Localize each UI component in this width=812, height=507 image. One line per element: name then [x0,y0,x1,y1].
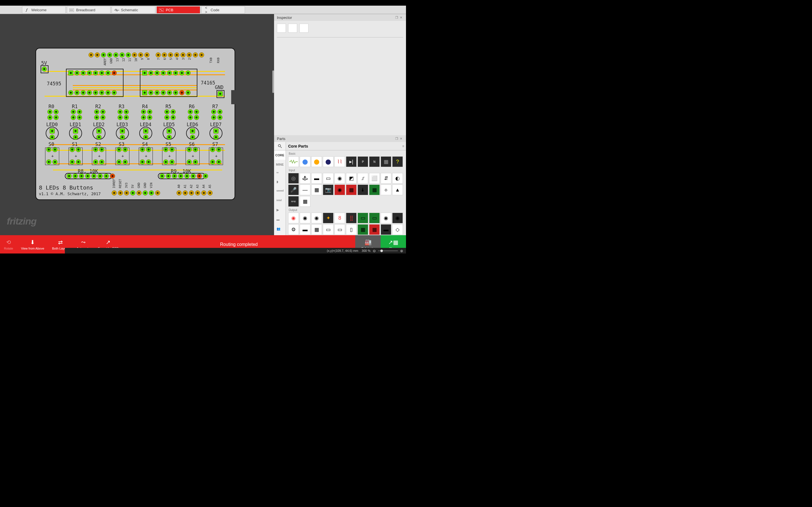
part-cap-electrolytic[interactable]: ⬤ [323,156,334,167]
bin-arduino[interactable]: ∞ [274,169,286,179]
close-icon[interactable]: ✕ [400,16,403,19]
layers-icon: ⇄ [58,239,63,245]
part-lcd[interactable]: ▭ [357,213,368,223]
svg-rect-0 [69,8,74,12]
part-trimpot[interactable]: ◩ [346,173,357,184]
parallax-icon: ◗ [276,180,283,187]
bin-chip[interactable]: ▬ [274,216,286,226]
factory-icon: 🏭 [364,239,371,245]
part-speaker[interactable]: ◉ [380,213,391,223]
part-cap-ceramic[interactable]: ⬤ [300,156,310,167]
tab-pcb[interactable]: PCB [156,6,200,13]
share-icon: ↗▦ [388,239,398,245]
part-toggle[interactable]: ⇵ [380,173,391,184]
code-icon: < > [204,6,208,14]
bin-contrib[interactable]: 👥 [274,226,286,235]
part-ledmatrix[interactable]: ⣿ [346,213,357,223]
parts-grid-output: ◉ ◉ ◉ ✦ 8 ⣿ ▭ ▭ ◉ ◉ ⚙ ▬ ▦ [288,213,404,235]
part-resistor[interactable] [288,156,299,167]
part-button[interactable]: ⬜ [369,173,380,184]
part-sparkfun2[interactable]: ▦ [346,184,357,195]
detach-icon[interactable]: ❐ [395,137,399,140]
silkscreen-r: R5 [165,104,171,109]
silkscreen-gnd: GND [215,84,223,90]
view-above-button[interactable]: ⬇ View from Above [17,235,48,253]
rotate-button[interactable]: ⟲ Rotate [0,235,17,253]
part-dcmotor[interactable]: ▬ [300,224,310,235]
part-ledclear[interactable]: ◉ [311,213,322,223]
part-neopixel[interactable]: ✦ [323,213,334,223]
part-transistor-p[interactable]: P [357,156,368,167]
part-antenna[interactable]: — [300,184,310,195]
silkscreen-s: S1 [72,142,78,147]
part-sparkfun[interactable]: ◉ [335,184,345,195]
part-motor[interactable]: ⚙ [288,224,299,235]
zoom-slider[interactable] [378,250,398,251]
zoom-out-icon[interactable]: ⊖ [373,249,376,253]
part-led[interactable]: ◉ [288,213,299,223]
zoom-value: 300 % [362,249,370,252]
tab-welcome[interactable]: 𝒇 Welcome [22,6,66,13]
part-driver2[interactable]: ▦ [369,224,380,235]
part-dip[interactable]: ▭ [323,173,334,184]
pcb-board[interactable]: 5V 74595 74165 GND R0R1R2R3R4R5R6R7 LED0… [36,48,235,200]
fritzing-logo: fritzing [7,216,36,227]
part-servo[interactable]: ▭ [323,224,334,235]
bin-seeed[interactable]: seeed [274,188,286,198]
tab-code[interactable]: < > Code [201,6,245,13]
part-ssr[interactable]: ▬ [380,224,391,235]
bin-mine[interactable]: MINE [274,160,286,169]
tab-breadboard[interactable]: Breadboard [67,6,110,13]
close-icon[interactable]: ✕ [400,137,403,140]
part-lamp[interactable]: ◇ [392,224,403,235]
part-driver[interactable]: ▦ [357,224,368,235]
part-tempsensor[interactable]: 🌡 [357,184,368,195]
parts-menu-icon[interactable]: ≡ [400,142,406,150]
parts-bin-tabs: CORE MINE ∞ ◗ seeed intel ▶ ▬ 👥 [274,151,286,235]
part-relay2[interactable]: ▯ [346,224,357,235]
bin-parallax[interactable]: ◗ [274,179,286,188]
part-diode[interactable]: ▸| [346,156,357,167]
part-ledrgb[interactable]: ◉ [300,213,310,223]
part-pir[interactable]: ▲ [392,184,403,195]
part-transistor-n[interactable]: N [369,156,380,167]
part-joystick[interactable]: 🕹 [300,173,310,184]
svg-point-8 [278,145,281,147]
bin-core[interactable]: CORE [274,151,286,160]
part-buzzer[interactable]: ◉ [392,213,403,223]
part-mic[interactable]: 🎤 [288,184,299,195]
status-bar: (x,y)=(109.7, 44.6) mm 300 % ⊖ ⊕ [65,248,406,253]
pcb-canvas[interactable]: 5V 74595 74165 GND R0R1R2R3R4R5R6R7 LED0… [0,14,274,235]
part-module[interactable]: ▦ [369,184,380,195]
part-keypad[interactable]: ▦ [300,196,310,207]
part-ic[interactable]: ▦ [380,156,391,167]
part-inductor[interactable]: ⌇⌇ [335,156,345,167]
part-camera[interactable]: 📷 [323,184,334,195]
part-slider[interactable]: ▬ [311,173,322,184]
part-photocell[interactable]: ◐ [392,173,403,184]
part-mystery[interactable]: ? [392,156,403,167]
part-rfid[interactable]: RFID [288,196,299,207]
inspector-thumb [288,24,297,33]
zoom-in-icon[interactable]: ⊕ [400,249,403,253]
silkscreen-r: R0 [49,104,54,109]
detach-icon[interactable]: ❐ [395,16,399,19]
silkscreen-s: S2 [95,142,101,147]
part-rotary[interactable]: ◎ [288,173,299,184]
part-stepper[interactable]: ▦ [311,224,322,235]
bin-play[interactable]: ▶ [274,207,286,216]
bin-intel[interactable]: intel [274,198,286,207]
part-oled[interactable]: ▭ [369,213,380,223]
part-pot[interactable]: ◉ [335,173,345,184]
part-cap-tantalum[interactable]: ⬤ [311,156,322,167]
part-relay[interactable]: ▭ [335,224,345,235]
part-accel[interactable]: ▦ [311,184,322,195]
parts-search-button[interactable] [274,142,286,150]
silkscreen-s: S6 [189,142,195,147]
part-reed[interactable]: ⟡ [380,184,391,195]
section-input: Input [289,169,404,172]
silkscreen-s: S7 [212,142,218,147]
part-switch[interactable]: ⎎ [357,173,368,184]
tab-schematic[interactable]: Schematic [112,6,155,13]
part-7seg[interactable]: 8 [335,213,345,223]
